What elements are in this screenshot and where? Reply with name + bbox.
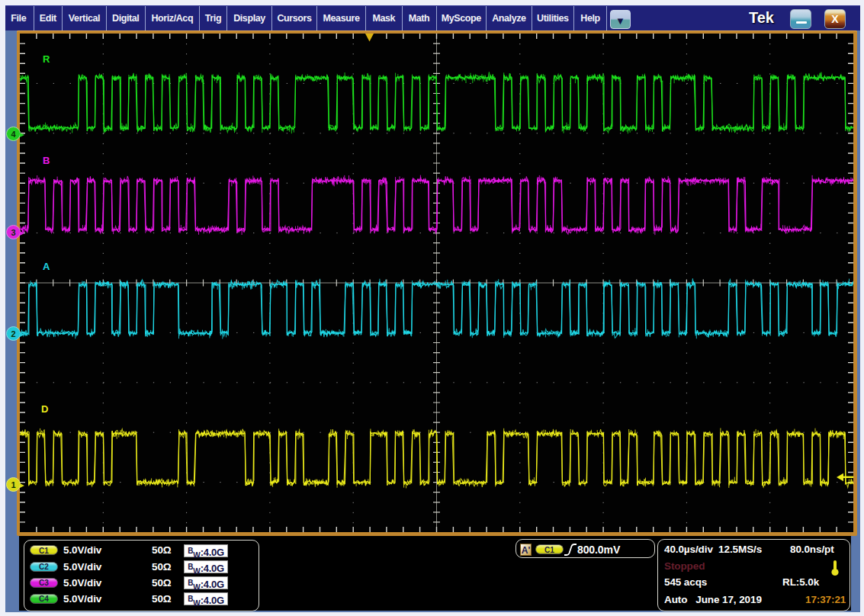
svg-text:B: B [43, 155, 50, 166]
svg-text:R: R [43, 53, 50, 65]
svg-text:D: D [41, 403, 48, 415]
svg-text:A: A [43, 261, 50, 272]
